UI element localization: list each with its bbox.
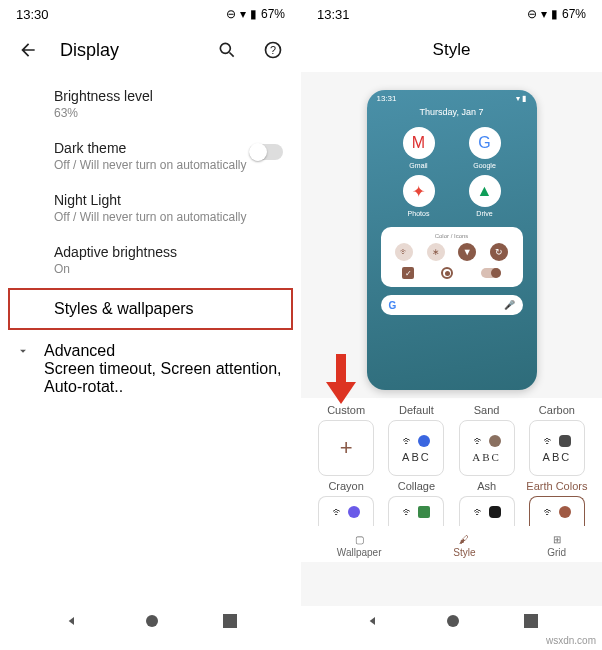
app-label: Drive [476, 210, 492, 217]
style-label: Default [399, 404, 434, 416]
battery-icon: ▮ [250, 7, 257, 21]
wallpaper-icon: ▢ [355, 534, 364, 545]
color-dot [418, 435, 430, 447]
style-ash[interactable]: Ash ᯤ [456, 480, 518, 526]
svg-rect-6 [336, 354, 346, 384]
style-default[interactable]: Default ᯤABC [385, 404, 447, 476]
tab-style[interactable]: 🖌 Style [453, 534, 475, 558]
status-icons: ⊖ ▾ ▮ 67% [226, 7, 285, 21]
svg-point-4 [146, 615, 158, 627]
page-title: Style [315, 40, 588, 60]
item-dark-theme[interactable]: Dark theme Off / Will never turn on auto… [0, 130, 301, 182]
item-adaptive-brightness[interactable]: Adaptive brightness On [0, 234, 301, 286]
page-title: Display [60, 40, 195, 61]
item-title: Brightness level [54, 88, 285, 104]
settings-list: Brightness level 63% Dark theme Off / Wi… [0, 72, 301, 412]
tab-label: Wallpaper [337, 547, 382, 558]
style-crayon[interactable]: Crayon ᯤ [315, 480, 377, 526]
back-icon[interactable] [14, 36, 42, 64]
app-label: Photos [408, 210, 430, 217]
header: Display ? [0, 28, 301, 72]
item-styles-wallpapers[interactable]: Styles & wallpapers [8, 288, 293, 330]
item-sub: Off / Will never turn on automatically [54, 158, 284, 172]
abc-sample: ABC [543, 451, 572, 463]
wifi-icon: ᯤ [473, 434, 485, 448]
battery-pct: 67% [562, 7, 586, 21]
item-title: Adaptive brightness [54, 244, 285, 260]
app-label: Google [473, 162, 496, 169]
style-earth-colors[interactable]: Earth Colors ᯤ [526, 480, 588, 526]
style-sand[interactable]: Sand ᯤABC [456, 404, 518, 476]
style-preview: 13:31 ▾ ▮ Thursday, Jan 7 MGmail GGoogle… [301, 72, 602, 398]
rotate-chip-icon: ↻ [490, 243, 508, 261]
color-dot [489, 506, 501, 518]
drive-icon: ▲ [469, 175, 501, 207]
color-dot [559, 506, 571, 518]
wifi-icon: ᯤ [543, 505, 555, 519]
preview-date: Thursday, Jan 7 [367, 107, 537, 117]
preview-color-card: Color / Icons ᯤ ∗ ▼ ↻ ✓ [381, 227, 523, 287]
style-icon: 🖌 [459, 534, 469, 545]
svg-text:?: ? [270, 44, 276, 56]
svg-point-7 [447, 615, 459, 627]
wifi-icon: ▾ [541, 7, 547, 21]
google-icon: G [469, 127, 501, 159]
wifi-icon: ᯤ [543, 434, 555, 448]
item-title: Styles & wallpapers [54, 300, 275, 318]
tab-wallpaper[interactable]: ▢ Wallpaper [337, 534, 382, 558]
style-screen: 13:31 ⊖ ▾ ▮ 67% Style 13:31 ▾ ▮ Thursday… [301, 0, 602, 640]
svg-rect-5 [223, 614, 237, 628]
item-brightness-level[interactable]: Brightness level 63% [0, 78, 301, 130]
chevron-down-icon [16, 344, 30, 362]
nav-home-icon[interactable] [144, 613, 160, 633]
nav-back-icon[interactable] [365, 613, 381, 633]
tab-label: Grid [547, 547, 566, 558]
status-time: 13:30 [16, 7, 49, 22]
nav-recents-icon[interactable] [223, 614, 237, 632]
wifi-icon: ᯤ [402, 505, 414, 519]
gmail-icon: M [403, 127, 435, 159]
nav-recents-icon[interactable] [524, 614, 538, 632]
battery-pct: 67% [261, 7, 285, 21]
item-title: Night Light [54, 192, 285, 208]
checkbox-icon: ✓ [402, 267, 414, 279]
nav-bar [0, 606, 301, 640]
preview-search-bar: G 🎤 [381, 295, 523, 315]
svg-rect-8 [524, 614, 538, 628]
header: Style [301, 28, 602, 72]
styles-row-2: Crayon ᯤ Collage ᯤ Ash ᯤ Earth Colors ᯤ [301, 478, 602, 526]
item-night-light[interactable]: Night Light Off / Will never turn on aut… [0, 182, 301, 234]
style-label: Earth Colors [526, 480, 587, 492]
nav-home-icon[interactable] [445, 613, 461, 633]
help-icon[interactable]: ? [259, 36, 287, 64]
bluetooth-chip-icon: ∗ [427, 243, 445, 261]
status-icons: ⊖ ▾ ▮ 67% [527, 7, 586, 21]
styles-row-1: Custom + Default ᯤABC Sand ᯤABC Carbon ᯤ… [301, 398, 602, 478]
tab-label: Style [453, 547, 475, 558]
plus-icon: + [340, 435, 353, 461]
google-g-icon: G [389, 300, 397, 311]
dark-theme-toggle[interactable] [249, 144, 283, 160]
status-bar: 13:30 ⊖ ▾ ▮ 67% [0, 0, 301, 28]
tab-grid[interactable]: ⊞ Grid [547, 534, 566, 558]
flashlight-chip-icon: ▼ [458, 243, 476, 261]
style-carbon[interactable]: Carbon ᯤABC [526, 404, 588, 476]
color-dot [418, 506, 430, 518]
mic-icon: 🎤 [504, 300, 515, 310]
item-title: Advanced [44, 342, 285, 360]
preview-app-grid: MGmail GGoogle ✦Photos ▲Drive [367, 117, 537, 221]
style-collage[interactable]: Collage ᯤ [385, 480, 447, 526]
search-icon[interactable] [213, 36, 241, 64]
nav-back-icon[interactable] [64, 613, 80, 633]
style-custom[interactable]: Custom + [315, 404, 377, 476]
wifi-icon: ᯤ [332, 505, 344, 519]
wifi-chip-icon: ᯤ [395, 243, 413, 261]
photos-icon: ✦ [403, 175, 435, 207]
item-sub: 63% [54, 106, 284, 120]
item-sub: On [54, 262, 284, 276]
color-dot [489, 435, 501, 447]
grid-icon: ⊞ [553, 534, 561, 545]
annotation-arrow-icon [326, 354, 356, 408]
battery-icon: ▮ [551, 7, 558, 21]
item-advanced[interactable]: Advanced Screen timeout, Screen attentio… [0, 332, 301, 406]
